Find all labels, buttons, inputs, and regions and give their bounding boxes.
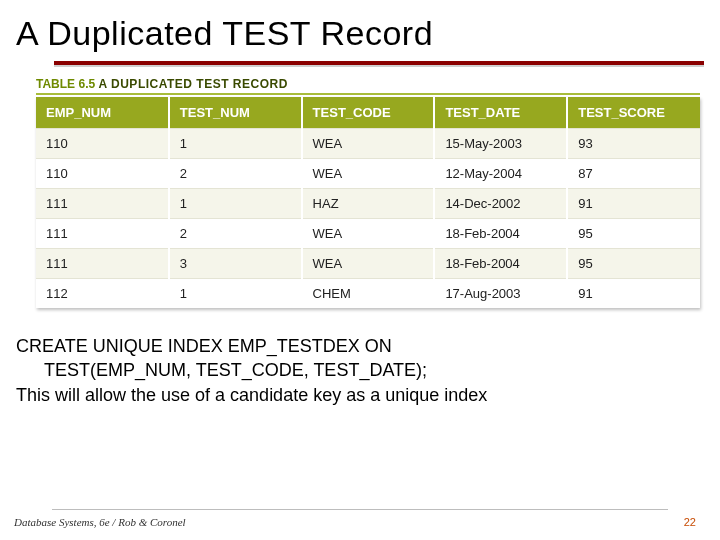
footer-citation: Database Systems, 6e / Rob & Coronel xyxy=(14,516,186,528)
cell: 111 xyxy=(36,219,169,249)
cell: 1 xyxy=(169,279,302,309)
cell: 110 xyxy=(36,159,169,189)
table-label-desc: A DUPLICATED TEST RECORD xyxy=(98,77,287,91)
footer-rule xyxy=(52,509,668,510)
cell: WEA xyxy=(302,249,435,279)
cell: 111 xyxy=(36,249,169,279)
table-row: 110 2 WEA 12-May-2004 87 xyxy=(36,159,700,189)
cell: 2 xyxy=(169,159,302,189)
cell: 18-Feb-2004 xyxy=(434,249,567,279)
cell: 15-May-2003 xyxy=(434,129,567,159)
col-test-code: TEST_CODE xyxy=(302,97,435,129)
table-row: 111 3 WEA 18-Feb-2004 95 xyxy=(36,249,700,279)
col-test-num: TEST_NUM xyxy=(169,97,302,129)
table-row: 112 1 CHEM 17-Aug-2003 91 xyxy=(36,279,700,309)
slide: A Duplicated TEST Record TABLE 6.5 A DUP… xyxy=(0,0,720,540)
cell: 18-Feb-2004 xyxy=(434,219,567,249)
table-label-number: 6.5 xyxy=(78,77,95,91)
cell: 95 xyxy=(567,219,700,249)
cell: HAZ xyxy=(302,189,435,219)
cell: 91 xyxy=(567,189,700,219)
table-label: TABLE 6.5 A DUPLICATED TEST RECORD xyxy=(36,77,700,91)
col-test-score: TEST_SCORE xyxy=(567,97,700,129)
body-text: CREATE UNIQUE INDEX EMP_TESTDEX ON TEST(… xyxy=(16,334,698,407)
cell: 91 xyxy=(567,279,700,309)
title-rule-gray xyxy=(54,65,704,67)
cell: 93 xyxy=(567,129,700,159)
col-emp-num: EMP_NUM xyxy=(36,97,169,129)
table-row: 110 1 WEA 15-May-2003 93 xyxy=(36,129,700,159)
table-label-prefix: TABLE xyxy=(36,77,75,91)
cell: 2 xyxy=(169,219,302,249)
cell: WEA xyxy=(302,159,435,189)
data-table: EMP_NUM TEST_NUM TEST_CODE TEST_DATE TES… xyxy=(36,97,700,308)
table-body: 110 1 WEA 15-May-2003 93 110 2 WEA 12-Ma… xyxy=(36,129,700,309)
footer: Database Systems, 6e / Rob & Coronel 22 xyxy=(0,509,720,528)
page-number: 22 xyxy=(684,516,696,528)
cell: 1 xyxy=(169,129,302,159)
table-row: 111 1 HAZ 14-Dec-2002 91 xyxy=(36,189,700,219)
table-label-bar xyxy=(36,93,700,95)
slide-title: A Duplicated TEST Record xyxy=(0,0,720,59)
cell: 112 xyxy=(36,279,169,309)
cell: WEA xyxy=(302,129,435,159)
cell: 1 xyxy=(169,189,302,219)
cell: 87 xyxy=(567,159,700,189)
cell: 95 xyxy=(567,249,700,279)
cell: 17-Aug-2003 xyxy=(434,279,567,309)
cell: 3 xyxy=(169,249,302,279)
col-test-date: TEST_DATE xyxy=(434,97,567,129)
cell: 14-Dec-2002 xyxy=(434,189,567,219)
table-head: EMP_NUM TEST_NUM TEST_CODE TEST_DATE TES… xyxy=(36,97,700,129)
cell: 110 xyxy=(36,129,169,159)
cell: WEA xyxy=(302,219,435,249)
cell: CHEM xyxy=(302,279,435,309)
cell: 12-May-2004 xyxy=(434,159,567,189)
table-container: TABLE 6.5 A DUPLICATED TEST RECORD EMP_N… xyxy=(36,77,700,308)
table-row: 111 2 WEA 18-Feb-2004 95 xyxy=(36,219,700,249)
sql-line-2: TEST(EMP_NUM, TEST_CODE, TEST_DATE); xyxy=(44,358,698,382)
cell: 111 xyxy=(36,189,169,219)
sql-line-1: CREATE UNIQUE INDEX EMP_TESTDEX ON xyxy=(16,336,392,356)
explainer-line: This will allow the use of a candidate k… xyxy=(16,385,487,405)
